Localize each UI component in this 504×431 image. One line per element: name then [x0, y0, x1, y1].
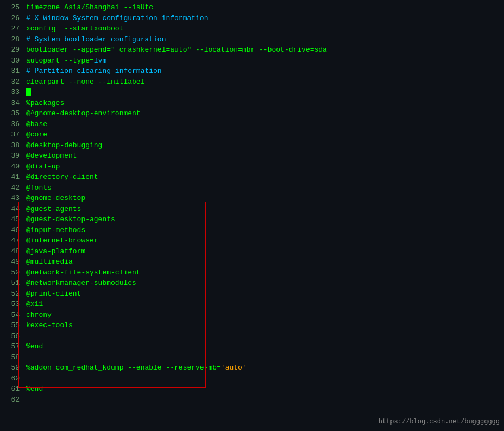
line-content: %addon com_redhat_kdump --enable --reser…: [26, 363, 247, 373]
line-number: 35: [4, 108, 20, 119]
line-number: 28: [4, 34, 20, 45]
table-row: 46@input-methods: [0, 225, 504, 236]
line-number: 55: [4, 320, 20, 331]
line-content: xconfig --startxonboot: [26, 23, 123, 34]
line-content: bootloader --append=" crashkernel=auto" …: [26, 45, 327, 55]
table-row: 47@internet-browser: [0, 235, 504, 246]
line-number: 33: [4, 87, 20, 98]
table-row: 51@networkmanager-submodules: [0, 278, 504, 289]
table-row: 32clearpart --none --initlabel: [0, 77, 504, 88]
table-row: 48@java-platform: [0, 246, 504, 257]
line-number: 57: [4, 341, 20, 352]
table-row: 53@x11: [0, 299, 504, 310]
line-number: 49: [4, 257, 20, 267]
table-row: 42@fonts: [0, 183, 504, 193]
table-row: 57%end: [0, 341, 504, 352]
line-content: @print-client: [26, 289, 81, 299]
line-content: @base: [26, 119, 47, 130]
table-row: 44@guest-agents: [0, 204, 504, 215]
table-row: 38@desktop-debugging: [0, 140, 504, 151]
line-content: @internet-browser: [26, 235, 98, 246]
line-number: 29: [4, 45, 20, 55]
watermark: https://blog.csdn.net/buggggggg: [379, 418, 500, 426]
line-number: 47: [4, 235, 20, 246]
table-row: 40@dial-up: [0, 161, 504, 172]
table-row: 43@gnome-desktop: [0, 193, 504, 204]
line-content: @fonts: [26, 183, 52, 193]
line-number: 58: [4, 352, 20, 363]
line-content: @guest-agents: [26, 204, 81, 215]
line-number: 25: [4, 2, 20, 13]
table-row: 25timezone Asia/Shanghai --isUtc: [0, 2, 504, 13]
line-content: @directory-client: [26, 172, 98, 183]
code-editor: 25timezone Asia/Shanghai --isUtc26# X Wi…: [0, 0, 504, 431]
line-content: @network-file-system-client: [26, 267, 141, 278]
line-number: 32: [4, 77, 20, 88]
table-row: 39@development: [0, 151, 504, 161]
table-row: 37@core: [0, 129, 504, 140]
table-row: 56: [0, 331, 504, 342]
line-number: 42: [4, 183, 20, 193]
table-row: 31# Partition clearing information: [0, 66, 504, 77]
line-number: 37: [4, 129, 20, 140]
line-content: @networkmanager-submodules: [26, 278, 136, 289]
line-number: 41: [4, 172, 20, 183]
line-number: 60: [4, 373, 20, 384]
line-content: kexec-tools: [26, 320, 73, 331]
line-content: @multimedia: [26, 257, 73, 267]
line-number: 62: [4, 395, 20, 405]
table-row: 52@print-client: [0, 289, 504, 299]
line-number: 46: [4, 225, 20, 236]
table-row: 61%end: [0, 384, 504, 395]
line-number: 34: [4, 98, 20, 109]
table-row: 28# System bootloader configuration: [0, 34, 504, 45]
line-content: %packages: [26, 98, 64, 109]
table-row: 55kexec-tools: [0, 320, 504, 331]
line-content: # Partition clearing information: [26, 66, 162, 77]
line-content: clearpart --none --initlabel: [26, 77, 144, 88]
line-number: 27: [4, 23, 20, 34]
line-number: 50: [4, 267, 20, 278]
line-content: @java-platform: [26, 246, 85, 257]
table-row: 34%packages: [0, 98, 504, 109]
line-number: 56: [4, 331, 20, 342]
line-number: 45: [4, 214, 20, 225]
line-content: # X Window System configuration informat…: [26, 13, 208, 24]
line-content: @gnome-desktop: [26, 193, 85, 204]
line-number: 38: [4, 140, 20, 151]
line-number: 40: [4, 161, 20, 172]
line-number: 43: [4, 193, 20, 204]
table-row: 29bootloader --append=" crashkernel=auto…: [0, 45, 504, 55]
line-number: 53: [4, 299, 20, 310]
table-row: 60: [0, 373, 504, 384]
table-row: 26# X Window System configuration inform…: [0, 13, 504, 24]
line-number: 54: [4, 310, 20, 321]
table-row: 36@base: [0, 119, 504, 130]
line-content: autopart --type=lvm: [26, 55, 106, 66]
line-number: 48: [4, 246, 20, 257]
line-number: 61: [4, 384, 20, 395]
table-row: 54chrony: [0, 310, 504, 321]
table-row: 58: [0, 352, 504, 363]
line-content: @dial-up: [26, 161, 60, 172]
line-content: @guest-desktop-agents: [26, 214, 115, 225]
table-row: 35@^gnome-desktop-environment: [0, 108, 504, 119]
line-content: %end: [26, 384, 43, 395]
line-content: @development: [26, 151, 77, 161]
line-content: @^gnome-desktop-environment: [26, 108, 141, 119]
table-row: 49@multimedia: [0, 257, 504, 267]
line-number: 39: [4, 151, 20, 161]
table-row: 50@network-file-system-client: [0, 267, 504, 278]
table-row: 41@directory-client: [0, 172, 504, 183]
table-row: 30autopart --type=lvm: [0, 55, 504, 66]
table-row: 62: [0, 395, 504, 405]
line-content: timezone Asia/Shanghai --isUtc: [26, 2, 153, 13]
cursor: [26, 88, 31, 96]
line-number: 59: [4, 363, 20, 373]
line-content: @x11: [26, 299, 43, 310]
line-number: 26: [4, 13, 20, 24]
line-number: 36: [4, 119, 20, 130]
line-number: 52: [4, 289, 20, 299]
line-number: 30: [4, 55, 20, 66]
line-content: %end: [26, 341, 43, 352]
